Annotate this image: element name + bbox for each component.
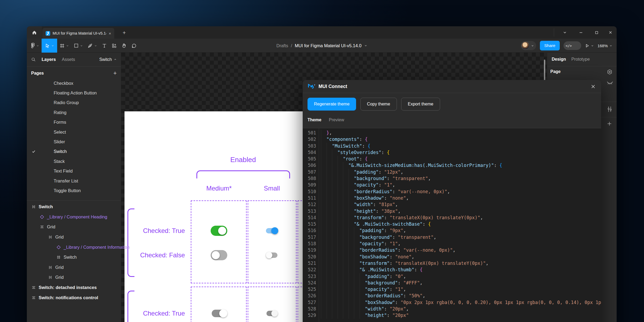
search-icon[interactable] xyxy=(31,57,36,62)
instance-icon xyxy=(40,215,44,219)
regenerate-theme-button[interactable]: Regenerate theme xyxy=(308,98,356,111)
layer-item--library-component-heading[interactable]: _Library / Component Heading xyxy=(27,212,121,222)
pen-tool-button[interactable] xyxy=(85,39,100,53)
page-selector[interactable]: Switch xyxy=(99,57,117,62)
file-tab[interactable]: MUI for Figma Material UI-v5.14.0 × xyxy=(42,28,114,39)
share-button[interactable]: Share xyxy=(540,41,559,50)
text-tool-button[interactable] xyxy=(100,39,109,53)
annotation-group-label: Enabled xyxy=(216,156,270,164)
eye-closed-icon[interactable] xyxy=(607,81,613,85)
page-item-slider[interactable]: Slider xyxy=(27,137,121,147)
code-line-504: 504 "styleOverrides": { xyxy=(303,149,601,156)
switch-small-unchecked[interactable] xyxy=(266,252,278,259)
autolayout-h-icon xyxy=(48,265,52,269)
dev-mode-toggle[interactable]: </> xyxy=(564,41,581,50)
layer-item-switch-detached-instances[interactable]: Switch: detached instances xyxy=(27,283,121,293)
layer-item-switch[interactable]: Switch xyxy=(27,202,121,212)
page-item-label: Forms xyxy=(54,120,66,125)
layer-item-grid[interactable]: Grid xyxy=(27,222,121,232)
close-icon[interactable] xyxy=(591,84,596,89)
add-page-icon[interactable]: + xyxy=(113,70,117,77)
main-toolbar: Drafts / MUI for Figma Material UI-v5.14… xyxy=(27,39,617,53)
close-tab-icon[interactable]: × xyxy=(109,31,111,36)
autolayout-h-icon xyxy=(48,275,52,279)
switch-thumb xyxy=(218,227,226,235)
page-item-switch[interactable]: Switch xyxy=(27,147,121,156)
tab-prototype[interactable]: Prototype xyxy=(571,57,590,62)
figma-file-icon xyxy=(46,31,50,36)
page-item-stack[interactable]: Stack xyxy=(27,156,121,166)
check-icon xyxy=(32,149,36,153)
home-button[interactable] xyxy=(27,26,42,39)
window-tab-bar: MUI for Figma Material UI-v5.14.0 × + xyxy=(27,26,617,39)
instance-icon xyxy=(57,245,61,249)
layer-item-label: Switch: notifications control xyxy=(39,295,98,300)
eye-hexagon-icon[interactable] xyxy=(607,69,613,75)
page-item-rating[interactable]: Rating xyxy=(27,108,121,117)
zoom-level: 168% xyxy=(598,43,608,48)
code-line-507: 507 "padding": "12px", xyxy=(303,169,601,175)
tab-theme[interactable]: Theme xyxy=(308,118,321,122)
theme-code-editor[interactable]: 501 },502 "components": {503 "MuiSwitch"… xyxy=(303,128,601,322)
minimize-icon[interactable] xyxy=(573,26,589,39)
copy-theme-button[interactable]: Copy theme xyxy=(360,98,397,111)
window-close-icon[interactable] xyxy=(603,26,618,39)
page-item-floating-action-button[interactable]: Floating Action Button xyxy=(27,88,121,98)
frame-tool-button[interactable] xyxy=(57,39,71,53)
present-button[interactable] xyxy=(585,43,594,48)
export-theme-button[interactable]: Export theme xyxy=(401,98,440,111)
switch-small-checked[interactable] xyxy=(266,227,278,234)
shape-tool-button[interactable] xyxy=(71,39,85,53)
sliders-icon[interactable] xyxy=(607,106,613,112)
tab-layers[interactable]: Layers xyxy=(42,57,56,62)
page-item-select[interactable]: Select xyxy=(27,127,121,137)
actions-tool-button[interactable] xyxy=(109,39,119,53)
layer-item-grid[interactable]: Grid xyxy=(27,232,121,242)
code-line-528: 528 "width": "20px", xyxy=(303,306,601,312)
chevron-down-icon xyxy=(80,44,83,47)
layer-item-grid[interactable]: Grid xyxy=(27,272,121,283)
layer-item-switch[interactable]: Switch xyxy=(27,252,121,262)
hand-tool-button[interactable] xyxy=(119,39,129,53)
breadcrumb-file-name[interactable]: MUI for Figma Material UI-v5.14.0 xyxy=(295,43,361,48)
move-tool-button[interactable] xyxy=(42,39,57,53)
window-menu-chevron[interactable] xyxy=(557,26,573,39)
page-item-checkbox[interactable]: Checkbox xyxy=(27,78,121,88)
page-item-transfer-list[interactable]: Transfer List xyxy=(27,176,121,186)
code-line-518: 518 "opacity": "1", xyxy=(303,240,601,247)
page-item-forms[interactable]: Forms xyxy=(27,118,121,127)
chevron-down-icon[interactable] xyxy=(364,44,367,47)
page-item-toggle-button[interactable]: Toggle Button xyxy=(27,186,121,195)
code-line-522: 522 "& .MuiSwitch-thumb": { xyxy=(303,266,601,273)
row-label: Checked: True xyxy=(131,310,185,317)
layers-tree: Switch_Library / Component HeadingGridGr… xyxy=(27,202,121,303)
layer-item-grid[interactable]: Grid xyxy=(27,262,121,273)
switch-medium-disabled-checked[interactable] xyxy=(212,309,227,317)
switch-thumb xyxy=(212,251,220,259)
code-line-524: 524 "background": "#FFF", xyxy=(303,280,601,286)
comment-tool-button[interactable] xyxy=(129,39,139,53)
new-tab-button[interactable]: + xyxy=(120,29,128,36)
layer-item--library-component-information[interactable]: _Library / Component Information xyxy=(27,242,121,252)
switch-medium-checked[interactable] xyxy=(211,226,227,236)
tab-design[interactable]: Design xyxy=(552,57,566,62)
code-line-506: 506 "&.MuiSwitch-sizeMedium:has(.MuiSwit… xyxy=(303,162,601,169)
code-line-525: 525 "opacity": "1", xyxy=(303,286,601,292)
tab-assets[interactable]: Assets xyxy=(62,57,75,62)
maximize-icon[interactable] xyxy=(589,26,604,39)
plus-icon[interactable] xyxy=(607,121,612,126)
switch-small-disabled-checked[interactable] xyxy=(266,310,278,317)
figma-menu-button[interactable] xyxy=(28,39,42,53)
layer-item-switch-notifications-control[interactable]: Switch: notifications control xyxy=(27,292,121,303)
page-item-text-field[interactable]: Text Field xyxy=(27,166,121,176)
account-menu[interactable] xyxy=(521,41,536,50)
page-item-radio-group[interactable]: Radio Group xyxy=(27,98,121,108)
zoom-menu[interactable]: 168% xyxy=(598,43,612,48)
page-item-label: Text Field xyxy=(54,169,73,174)
switch-medium-unchecked[interactable] xyxy=(211,250,227,260)
breadcrumb-folder[interactable]: Drafts xyxy=(276,43,288,48)
annotation-column-medium: Medium* xyxy=(192,185,246,192)
layer-item-label: Grid xyxy=(55,265,64,270)
tab-preview[interactable]: Preview xyxy=(329,118,344,122)
switch-thumb xyxy=(271,310,278,317)
